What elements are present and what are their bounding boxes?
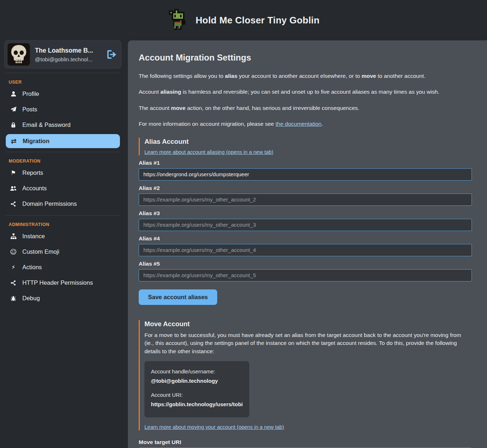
user-icon [10,91,17,97]
share-nodes-icon [10,201,17,207]
account-uri-value: https://goblin.technology/users/tobi [151,401,243,407]
alias-1-label: Alias #1 [139,160,472,166]
alias-3-label: Alias #3 [139,210,472,217]
instance-title: Hold Me Closer Tiny Goblin [196,15,320,26]
alias-section-title: Alias Account [144,138,472,146]
sidebar-item-instance[interactable]: Instance [0,229,125,244]
alias-learn-more-link[interactable]: Learn more about account aliasing (opens… [144,149,273,155]
flag-icon: ⚑ [10,170,17,176]
alias-2-label: Alias #2 [139,185,472,191]
alias-section-header: Alias Account Learn more about account a… [139,138,472,155]
alias-form: Alias #1 Alias #2 Alias #3 Alias #4 Alia… [139,160,472,305]
sidebar-item-email-password[interactable]: Email & Password [0,117,125,133]
sidebar-item-label: Profile [22,90,39,97]
sidebar-divider [5,73,120,73]
user-card[interactable]: The Loathsome B... @tobi@goblin.technol.… [4,40,121,68]
page-title: Account Migration Settings [139,53,472,63]
documentation-link[interactable]: the documentation [276,121,322,127]
move-target-uri-label: Move target URI [139,439,472,445]
alias-2-input[interactable] [139,194,472,206]
app-header: Hold Me Closer Tiny Goblin [0,0,487,40]
intro-paragraph-3: The account move action, on the other ha… [139,104,472,112]
alias-3-input[interactable] [139,219,472,231]
lock-icon [10,122,17,128]
alias-1-input[interactable] [139,168,472,181]
alias-5-input[interactable] [139,269,472,281]
sidebar-item-accounts[interactable]: Accounts [0,181,125,196]
sidebar-item-custom-emoji[interactable]: ☺ Custom Emoji [0,244,125,260]
users-icon [10,185,17,192]
account-handle-label: Account handle/username: [151,368,243,374]
avatar [8,43,30,66]
logout-icon[interactable] [107,50,117,59]
sidebar: The Loathsome B... @tobi@goblin.technol.… [0,40,125,448]
share-nodes-icon [10,280,17,286]
sidebar-item-label: Migration [23,138,49,145]
move-learn-more-link[interactable]: Learn more about moving your account (op… [144,424,284,430]
sidebar-divider [5,215,120,216]
sidebar-item-label: Instance [22,233,45,240]
user-handle: @tobi@goblin.technol... [35,56,93,62]
sidebar-item-profile[interactable]: Profile [0,86,125,102]
sidebar-item-debug[interactable]: Debug [0,290,125,306]
move-details-box: Account handle/username: @tobi@goblin.te… [144,361,249,417]
sidebar-item-label: Custom Emoji [22,248,59,255]
transfer-arrows-icon: ⇄ [10,138,17,145]
alias-4-input[interactable] [139,244,472,256]
save-aliases-button[interactable]: Save account aliases [139,289,217,305]
account-uri-label: Account URI: [151,392,243,398]
sidebar-item-label: Reports [22,169,43,176]
sidebar-item-actions[interactable]: ⚡ Actions [0,260,125,275]
instance-brand: Hold Me Closer Tiny Goblin [167,8,320,32]
account-handle-value: @tobi@goblin.technology [151,378,243,384]
sidebar-section-moderation: MODERATION [0,156,125,165]
bolt-icon: ⚡ [10,265,17,270]
move-section-paragraph: For a move to be successful, you must ha… [144,331,472,355]
bug-icon [10,296,17,301]
sidebar-divider [5,152,120,152]
smiley-icon: ☺ [10,249,17,255]
sidebar-item-label: Domain Permissions [22,200,77,207]
sidebar-item-label: Email & Password [22,121,71,128]
sidebar-item-http-header-permissions[interactable]: HTTP Header Permissions [0,275,125,290]
sidebar-item-domain-permissions[interactable]: Domain Permissions [0,196,125,212]
sidebar-section-administration: ADMINISTRATION [0,219,125,229]
intro-paragraph-4: For more information on account migratio… [139,120,472,128]
move-account-section: Move Account For a move to be successful… [139,320,472,430]
sidebar-item-migration[interactable]: ⇄ Migration [6,134,120,148]
sidebar-item-reports[interactable]: ⚑ Reports [0,165,125,181]
paper-plane-icon [10,106,17,112]
sidebar-item-label: Actions [22,264,42,271]
goblin-logo-icon [167,8,190,32]
alias-5-label: Alias #5 [139,261,472,267]
sidebar-section-user: USER [0,77,125,86]
sidebar-item-label: HTTP Header Permissions [22,279,93,286]
move-section-title: Move Account [144,320,472,328]
intro-paragraph-1: The following settings allow you to alia… [139,72,472,80]
user-display-name: The Loathsome B... [35,47,93,54]
alias-4-label: Alias #4 [139,235,472,242]
content-panel: Account Migration Settings The following… [128,40,487,448]
sidebar-item-label: Posts [22,106,37,113]
sidebar-item-label: Debug [22,295,40,302]
sidebar-item-label: Accounts [22,185,47,192]
intro-paragraph-2: Account aliasing is harmless and reversi… [139,88,472,96]
sidebar-item-posts[interactable]: Posts [0,102,125,117]
sitemap-icon [10,233,17,239]
